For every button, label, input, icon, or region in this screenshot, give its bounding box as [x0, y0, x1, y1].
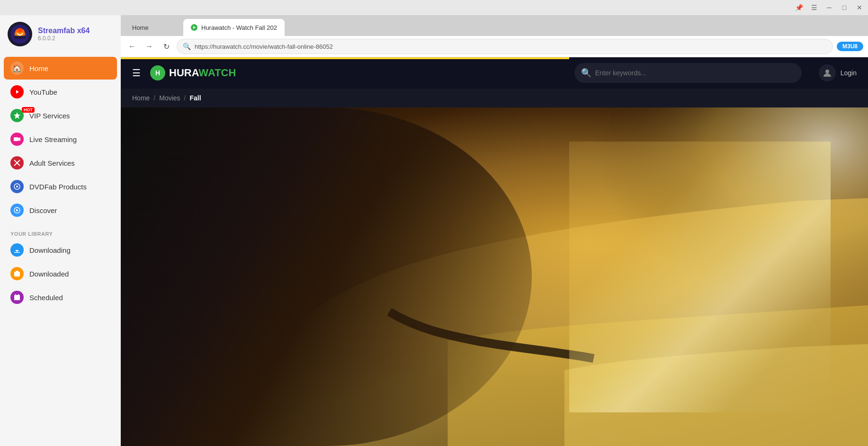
sidebar-item-adult-services[interactable]: Adult Services [4, 152, 117, 174]
svg-point-20 [825, 70, 829, 73]
home-tab-label: Home [132, 24, 149, 31]
hw-user-icon [819, 64, 836, 81]
home-label: Home [29, 64, 48, 72]
m3u8-badge[interactable]: M3U8 [837, 42, 863, 51]
svg-marker-5 [16, 90, 19, 94]
svg-point-3 [18, 28, 22, 33]
adult-services-label: Adult Services [29, 159, 75, 167]
discover-icon [10, 204, 24, 217]
sidebar-item-live-streaming[interactable]: Live Streaming [4, 128, 117, 151]
breadcrumb-sep-2: / [184, 94, 186, 102]
sidebar: Streamfab x64 6.0.0.2 🏠 Home YouTube [0, 15, 121, 446]
hot-badge: HOT [22, 107, 35, 113]
hw-search-input[interactable] [574, 63, 802, 83]
title-bar: 📌 ☰ ─ □ ✕ [0, 0, 868, 15]
adult-services-icon [10, 156, 24, 169]
hw-login-link[interactable]: Login [841, 69, 857, 77]
hw-navbar: ☰ H HURAWATCH 🔍 [121, 57, 868, 89]
home-icon: 🏠 [10, 62, 24, 75]
live-streaming-icon [10, 133, 24, 146]
url-text: https://hurawatch.cc/movie/watch-fall-on… [195, 43, 827, 50]
youtube-label: YouTube [29, 88, 57, 96]
sidebar-item-youtube[interactable]: YouTube [4, 80, 117, 103]
svg-rect-15 [14, 295, 20, 300]
close-button[interactable]: ✕ [855, 4, 864, 11]
downloaded-icon [10, 267, 24, 280]
sidebar-item-home[interactable]: 🏠 Home [4, 57, 117, 80]
sidebar-item-downloading[interactable]: Downloading [4, 239, 117, 261]
downloading-icon [10, 243, 24, 257]
tab-home[interactable]: Home [125, 19, 181, 36]
menu-button[interactable]: ☰ [809, 4, 819, 11]
svg-rect-14 [14, 272, 20, 277]
tab-bar: Home Hurawatch - Watch Fall 202 [121, 15, 868, 36]
hw-main-content [121, 107, 868, 446]
scheduled-label: Scheduled [29, 294, 63, 302]
address-bar[interactable]: 🔍 https://hurawatch.cc/movie/watch-fall-… [177, 39, 833, 54]
library-section-label: YOUR LIBRARY [0, 225, 121, 239]
sidebar-item-dvdfab-products[interactable]: DVDFab Products [4, 175, 117, 198]
hw-menu-icon[interactable]: ☰ [132, 67, 141, 79]
downloading-label: Downloading [29, 246, 71, 254]
svg-rect-4 [14, 36, 26, 39]
minimize-button[interactable]: ─ [824, 4, 834, 11]
hw-search: 🔍 [574, 63, 802, 83]
downloaded-label: Downloaded [29, 270, 69, 278]
app-name: Streamfab x64 [38, 27, 89, 35]
svg-point-22 [389, 107, 868, 428]
live-streaming-label: Live Streaming [29, 135, 77, 143]
sidebar-header: Streamfab x64 6.0.0.2 [0, 15, 121, 53]
hw-logo: H HURAWATCH [150, 65, 236, 80]
main-content: Home Hurawatch - Watch Fall 202 ← → ↻ 🔍 … [121, 15, 868, 446]
movie-visual-svg [121, 107, 868, 446]
search-icon: 🔍 [183, 43, 191, 50]
hw-search-icon: 🔍 [581, 68, 591, 78]
logo-icon [9, 24, 30, 45]
browser-chrome: ← → ↻ 🔍 https://hurawatch.cc/movie/watch… [121, 36, 868, 57]
svg-text:H: H [155, 69, 160, 77]
maximize-button[interactable]: □ [840, 4, 849, 11]
reload-button[interactable]: ↻ [160, 40, 173, 53]
hw-logo-text: HURAWATCH [169, 67, 236, 79]
sidebar-item-discover[interactable]: Discover [4, 199, 117, 222]
app-info: Streamfab x64 6.0.0.2 [38, 27, 89, 42]
back-button[interactable]: ← [125, 40, 139, 53]
sidebar-item-scheduled[interactable]: Scheduled [4, 286, 117, 309]
dvdfab-products-label: DVDFab Products [29, 183, 87, 191]
pin-button[interactable]: 📌 [794, 4, 804, 11]
svg-point-11 [16, 186, 18, 187]
app-container: Streamfab x64 6.0.0.2 🏠 Home YouTube [0, 15, 868, 446]
sidebar-item-downloaded[interactable]: Downloaded [4, 262, 117, 285]
breadcrumb-sep-1: / [153, 94, 155, 102]
breadcrumb-home[interactable]: Home [132, 94, 150, 102]
hw-user-area: Login [819, 64, 857, 81]
app-logo [8, 22, 32, 46]
dvdfab-products-icon [10, 180, 24, 193]
svg-rect-6 [14, 137, 18, 141]
active-tab-label: Hurawatch - Watch Fall 202 [201, 24, 277, 31]
browser-content: ☰ H HURAWATCH 🔍 [121, 57, 868, 446]
hw-logo-text-accent: WATCH [198, 67, 236, 79]
vip-services-label: VIP Services [29, 112, 70, 120]
app-version: 6.0.0.2 [38, 35, 89, 42]
sidebar-item-vip-services[interactable]: VIP Services HOT [4, 104, 117, 127]
svg-marker-13 [16, 209, 18, 212]
tab-hurawatch[interactable]: Hurawatch - Watch Fall 202 [183, 19, 285, 36]
sidebar-nav: 🏠 Home YouTube VIP Services HOT [0, 53, 121, 225]
tab-favicon [191, 24, 197, 31]
breadcrumb-fall: Fall [190, 94, 201, 102]
hw-breadcrumb: Home / Movies / Fall [121, 89, 868, 107]
loading-bar [121, 57, 868, 59]
forward-button[interactable]: → [143, 40, 156, 53]
hw-search-wrapper: 🔍 [574, 63, 802, 83]
movie-hero-image [121, 107, 868, 446]
svg-marker-7 [18, 137, 20, 141]
youtube-icon [10, 85, 24, 98]
scheduled-icon [10, 291, 24, 304]
hurawatch-site: ☰ H HURAWATCH 🔍 [121, 57, 868, 446]
hw-logo-icon: H [150, 65, 165, 80]
discover-label: Discover [29, 206, 57, 214]
breadcrumb-movies[interactable]: Movies [159, 94, 180, 102]
